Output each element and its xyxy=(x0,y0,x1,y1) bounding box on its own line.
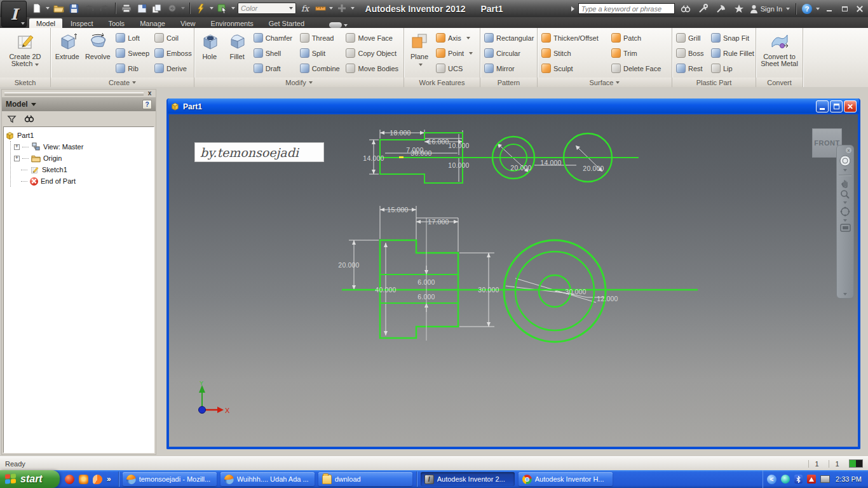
new-file-caret-icon[interactable] xyxy=(46,7,50,10)
tab-tools[interactable]: Tools xyxy=(101,18,132,28)
fillet-button[interactable]: Fillet xyxy=(224,30,250,77)
orbit-caret-icon[interactable] xyxy=(843,219,847,222)
stitch-button[interactable]: Stitch xyxy=(539,46,608,60)
save-button[interactable] xyxy=(67,2,80,15)
quick-launch-overflow-button[interactable]: » xyxy=(107,475,111,484)
group-label-modify[interactable]: Modify xyxy=(194,78,403,87)
dimension-label[interactable]: 6.000 xyxy=(417,293,435,301)
move-bodies-button[interactable]: Move Bodies xyxy=(344,61,402,76)
thicken-offset-button[interactable]: Thicken/Offset xyxy=(539,30,608,45)
rule-fillet-button[interactable]: Rule Fillet xyxy=(709,46,754,60)
shell-button[interactable]: Shell xyxy=(252,46,297,60)
redo-button[interactable] xyxy=(98,2,111,15)
draft-button[interactable]: Draft xyxy=(252,61,297,76)
ribbon-display-options-button[interactable] xyxy=(329,22,348,28)
coil-button[interactable]: Coil xyxy=(153,30,192,45)
dimension-label[interactable]: 12.000 xyxy=(597,295,618,302)
group-label-surface[interactable]: Surface xyxy=(538,78,672,87)
browser-close-button[interactable]: x xyxy=(146,90,153,97)
tree-item-origin[interactable]: Origin xyxy=(14,152,153,164)
move-face-button[interactable]: Move Face xyxy=(344,30,402,45)
task-button-inventor[interactable]: IAutodesk Inventor 2... xyxy=(421,472,515,486)
dimension-label[interactable]: 18.000 xyxy=(390,129,410,137)
group-label-create[interactable]: Create xyxy=(51,78,194,87)
steering-wheel-caret-icon[interactable] xyxy=(843,169,847,172)
help-search-input[interactable] xyxy=(578,3,675,14)
combine-button[interactable]: Combine xyxy=(298,61,343,76)
point-button[interactable]: Point xyxy=(434,46,477,60)
sweep-button[interactable]: Sweep xyxy=(114,46,151,60)
tab-model[interactable]: Model xyxy=(29,18,62,28)
rib-button[interactable]: Rib xyxy=(114,61,151,76)
favorites-button[interactable] xyxy=(732,3,746,15)
chamfer-button[interactable]: Chamfer xyxy=(252,30,297,45)
subscription-button[interactable] xyxy=(696,3,710,15)
loft-button[interactable]: Loft xyxy=(114,30,151,45)
sketch-doctor-caret-icon[interactable] xyxy=(210,7,214,10)
copy-object-button[interactable]: Copy Object xyxy=(344,46,402,60)
task-button-inventor-help[interactable]: Autodesk Inventor H... xyxy=(519,472,613,486)
extrude-button[interactable]: Extrude xyxy=(53,30,81,77)
lip-button[interactable]: Lip xyxy=(709,61,754,76)
orbit-button[interactable] xyxy=(838,206,852,217)
expand-plus-icon[interactable] xyxy=(14,144,20,150)
group-label-work-features[interactable]: Work Features xyxy=(404,78,480,87)
tray-antivirus-icon[interactable] xyxy=(807,475,816,484)
help-button[interactable]: ? xyxy=(802,4,812,14)
tray-bluetooth-icon[interactable] xyxy=(794,475,803,484)
sign-in-button[interactable]: Sign In xyxy=(750,4,782,13)
convert-to-sheet-metal-button[interactable]: Convert to Sheet Metal xyxy=(759,30,801,77)
undo-button[interactable] xyxy=(83,2,95,15)
dimension-label[interactable]: 15.000 xyxy=(387,206,408,214)
dimension-label[interactable]: 6.000 xyxy=(417,278,435,286)
tab-view[interactable]: View xyxy=(173,18,203,28)
parameters-button[interactable]: fx xyxy=(299,2,311,15)
dimension-label[interactable]: 14.000 xyxy=(540,159,561,166)
revolve-button[interactable]: Revolve xyxy=(83,30,112,77)
look-at-button[interactable] xyxy=(838,224,852,232)
browser-grip-bar[interactable]: x xyxy=(2,90,156,97)
search-button[interactable] xyxy=(679,3,693,15)
start-button[interactable]: start xyxy=(0,470,60,488)
tree-item-end-of-part[interactable]: End of Part xyxy=(21,175,153,187)
thread-button[interactable]: Thread xyxy=(298,30,343,45)
tree-item-view-master[interactable]: View: Master xyxy=(14,141,153,152)
measure-button[interactable] xyxy=(314,2,327,15)
open-button[interactable] xyxy=(52,2,65,15)
tray-collapse-button[interactable]: < xyxy=(767,475,776,484)
patch-button[interactable]: Patch xyxy=(609,30,669,45)
browser-header[interactable]: Model ? xyxy=(2,97,156,111)
communication-center-button[interactable] xyxy=(714,3,728,15)
dimension-label[interactable]: 20.000 xyxy=(338,261,359,269)
rectangular-pattern-button[interactable]: Rectangular xyxy=(482,30,536,45)
document-minimize-button[interactable] xyxy=(816,100,829,112)
document-maximize-button[interactable] xyxy=(830,100,843,112)
group-label-convert[interactable]: Convert xyxy=(756,78,803,87)
select-tool-button[interactable] xyxy=(216,2,229,15)
boss-button[interactable]: Boss xyxy=(674,46,708,60)
rest-button[interactable]: Rest xyxy=(674,61,708,76)
steering-wheel-button[interactable] xyxy=(838,154,852,167)
task-button-firefox-1[interactable]: temonsoejadi - Mozill... xyxy=(123,472,217,486)
plane-button[interactable]: Plane xyxy=(406,30,433,77)
expand-plus-icon[interactable] xyxy=(14,156,20,161)
delete-face-button[interactable]: Delete Face xyxy=(609,61,669,76)
zoom-caret-icon[interactable] xyxy=(843,201,847,204)
print-button[interactable] xyxy=(120,2,133,15)
task-button-firefox-2[interactable]: Wuihhh.... Udah Ada ... xyxy=(220,472,315,486)
tab-inspect[interactable]: Inspect xyxy=(64,18,100,28)
quick-launch-icon-1[interactable] xyxy=(65,475,74,484)
derive-button[interactable]: Derive xyxy=(153,61,192,76)
help-caret-icon[interactable] xyxy=(816,8,820,10)
navbar-options-caret-icon[interactable] xyxy=(843,293,847,295)
grill-button[interactable]: Grill xyxy=(674,30,708,45)
zoom-button[interactable] xyxy=(838,189,852,200)
split-button[interactable]: Split xyxy=(298,46,343,60)
close-button[interactable] xyxy=(854,3,865,15)
search-expand-icon[interactable] xyxy=(571,6,574,11)
tree-item-part1[interactable]: Part1 xyxy=(5,130,153,141)
copy-button[interactable] xyxy=(151,2,163,15)
dimension-label[interactable]: 40.000 xyxy=(375,286,396,294)
axis-button[interactable]: Axis xyxy=(434,30,477,45)
sketch-doctor-button[interactable] xyxy=(194,2,207,15)
